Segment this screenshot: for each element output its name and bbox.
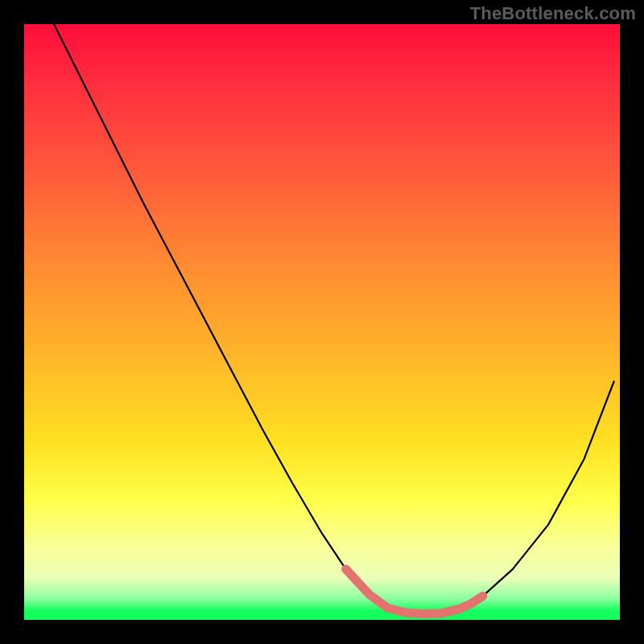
curve-group (54, 24, 614, 614)
watermark-text: TheBottleneck.com (470, 3, 636, 24)
chart-svg (24, 24, 620, 620)
curve-rise-highlight (459, 596, 483, 609)
chart-frame: TheBottleneck.com (0, 0, 644, 644)
bottleneck-curve (54, 24, 614, 614)
curve-minimum-highlight (346, 569, 460, 614)
chart-plot-area (24, 24, 620, 620)
